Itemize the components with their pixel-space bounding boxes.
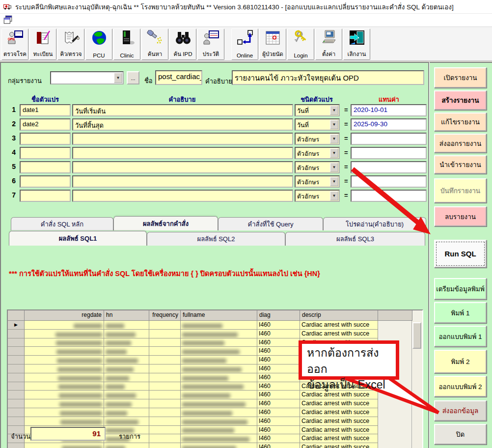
sidebar-button-ออกแบบพิมพ์ 2[interactable]: ออกแบบพิมพ์ 2: [434, 376, 487, 397]
grid-vertical-scrollbar[interactable]: [411, 321, 422, 448]
sidebar-button-เปิดรายงาน[interactable]: เปิดรายงาน: [434, 67, 487, 88]
variable-value-field[interactable]: 2025-09-30: [351, 118, 427, 131]
toolbar-button-Login[interactable]: Login: [287, 28, 314, 60]
report-group-combo[interactable]: ▼: [50, 71, 124, 84]
variable-type-combo[interactable]: ตัวอักษร▼: [295, 175, 340, 188]
grid-row-selector[interactable]: [8, 391, 25, 399]
variable-desc-field[interactable]: วันที่สิ้นสุด: [72, 118, 293, 131]
report-desc-field[interactable]: รายงานคนไข้ ภาวะหัวใจหยุดเต้น OPD: [232, 70, 424, 85]
sidebar-button-ส่งออกรายงาน[interactable]: ส่งออกรายงาน: [434, 134, 487, 153]
variable-value-field[interactable]: [351, 133, 427, 145]
chevron-down-icon[interactable]: ▼: [330, 148, 338, 158]
toolbar-button-ผู้ป่วยนัด[interactable]: ผู้ป่วยนัด: [259, 28, 286, 60]
chevron-down-icon[interactable]: ▼: [330, 106, 338, 115]
sidebar-button-ส่งออกข้อมูล[interactable]: ส่งออกข้อมูล: [434, 400, 487, 421]
grid-row-selector[interactable]: [8, 408, 25, 417]
variable-value-field[interactable]: 2020-10-01: [351, 104, 427, 116]
child-window-icon[interactable]: [3, 15, 13, 26]
chevron-down-icon[interactable]: ▼: [114, 73, 122, 83]
grid-row-selector[interactable]: [8, 399, 25, 408]
grid-column-header-fullname[interactable]: fullname: [181, 310, 257, 321]
grid-selector-header[interactable]: [8, 310, 25, 321]
variable-value-field[interactable]: [351, 147, 427, 159]
variable-name-field[interactable]: date2: [20, 118, 71, 131]
grid-row-10[interactable]: I460Cardiac arrest with succe: [8, 399, 412, 408]
sidebar-button-บันทึกรายงาน[interactable]: บันทึกรายงาน: [434, 178, 487, 203]
variable-value-field[interactable]: [351, 190, 427, 202]
variable-desc-field[interactable]: [72, 161, 293, 173]
variable-value-field[interactable]: [351, 175, 427, 188]
browse-button[interactable]: ...: [127, 71, 139, 84]
grid-row-selector[interactable]: [8, 330, 25, 338]
variable-name-field[interactable]: [20, 175, 71, 188]
grid-row-selector[interactable]: [8, 373, 25, 382]
grid-column-header-descrip[interactable]: descrip: [300, 310, 378, 321]
variable-desc-field[interactable]: [72, 175, 293, 188]
variable-type-combo[interactable]: วันที่▼: [295, 104, 340, 116]
variable-name-field[interactable]: [20, 161, 71, 173]
sidebar-button-นำเข้ารายงาน[interactable]: นำเข้ารายงาน: [434, 155, 487, 174]
variable-name-field[interactable]: [20, 190, 71, 202]
grid-row-11[interactable]: I460Cardiac arrest with succe: [8, 408, 412, 417]
report-name-field[interactable]: post_cardiac_a: [155, 70, 202, 85]
grid-row-15[interactable]: I460Cardiac arrest with succe: [8, 443, 412, 448]
variable-name-field[interactable]: [20, 133, 71, 145]
tab-result-2[interactable]: ผลลัพธ์ SQL2: [147, 232, 285, 246]
toolbar-button-ทะเบียน[interactable]: ทะเบียน: [29, 28, 56, 60]
sidebar-button-พิมพ์ 2[interactable]: พิมพ์ 2: [434, 350, 487, 373]
sidebar-button-เตรียมข้อมูลพิมพ์[interactable]: เตรียมข้อมูลพิมพ์: [434, 278, 487, 300]
toolbar-button-ตั้งค่า[interactable]: ตั้งค่า: [315, 28, 342, 60]
sidebar-button-แก้ไขรายงาน[interactable]: แก้ไขรายงาน: [434, 112, 487, 131]
grid-row-selector[interactable]: [8, 364, 25, 373]
grid-row-selector[interactable]: [8, 382, 25, 391]
grid-column-header-diag[interactable]: diag: [257, 310, 300, 321]
tab-main-3[interactable]: คำสั่งที่ใช้ Query: [218, 217, 323, 230]
grid-row-selector[interactable]: [8, 417, 25, 426]
chevron-down-icon[interactable]: ▼: [330, 191, 338, 200]
variable-value-field[interactable]: [351, 161, 427, 173]
tab-main-4[interactable]: โปรดอ่าน(คำอธิบาย): [323, 217, 426, 230]
toolbar-button-PCU[interactable]: PCU: [85, 28, 112, 60]
tab-main-2[interactable]: ผลลัพธ์จากคำสั่ง: [113, 216, 218, 230]
variable-type-combo[interactable]: ตัวอักษร▼: [295, 147, 340, 159]
tab-result-1[interactable]: ผลลัพธ์ SQL1: [9, 231, 147, 246]
toolbar-button-เลิกงาน[interactable]: เลิกงาน: [343, 28, 370, 60]
sidebar-button-ลบรายงาน[interactable]: ลบรายงาน: [434, 206, 487, 226]
variable-desc-field[interactable]: [72, 133, 293, 145]
toolbar-button-คิว/ตรวจ[interactable]: คิว/ตรวจ: [57, 28, 84, 60]
variable-name-field[interactable]: [20, 147, 71, 159]
scrollbar-thumb[interactable]: [412, 322, 421, 349]
toolbar-button-Clinic[interactable]: Clinic: [113, 28, 140, 60]
toolbar-button-ประวัติ[interactable]: ประวัติ: [197, 28, 224, 60]
chevron-down-icon[interactable]: ▼: [330, 134, 338, 143]
grid-row-2[interactable]: I460Cardiac arrest with succe: [8, 330, 412, 338]
grid-row-12[interactable]: I460Cardiac arrest with succe: [8, 417, 412, 426]
grid-row-selector[interactable]: [8, 347, 25, 356]
variable-type-combo[interactable]: ตัวอักษร▼: [295, 190, 340, 202]
grid-row-selector[interactable]: [8, 338, 25, 347]
variable-type-combo[interactable]: ตัวอักษร▼: [295, 161, 340, 173]
chevron-down-icon[interactable]: ▼: [330, 120, 338, 129]
grid-column-header-hn[interactable]: hn: [104, 310, 149, 321]
tab-result-3[interactable]: ผลลัพธ์ SQL3: [285, 232, 425, 246]
variable-type-combo[interactable]: วันที่▼: [295, 118, 340, 131]
grid-row-selector[interactable]: [8, 356, 25, 364]
chevron-down-icon[interactable]: ▼: [330, 163, 338, 172]
toolbar-button-Online[interactable]: Online: [231, 28, 258, 60]
grid-column-header-frequency[interactable]: frequency: [149, 310, 181, 321]
variable-name-field[interactable]: date1: [20, 104, 71, 116]
grid-row-selector[interactable]: [8, 443, 25, 448]
toolbar-button-ตรวจโรค[interactable]: OPDตรวจโรค: [1, 28, 28, 60]
sidebar-button-ปิด[interactable]: ปิด: [434, 424, 487, 445]
sidebar-button-สร้างรายงาน[interactable]: สร้างรายงาน: [434, 90, 487, 110]
variable-desc-field[interactable]: วันที่เริ่มต้น: [72, 104, 293, 116]
variable-desc-field[interactable]: [72, 147, 293, 159]
grid-column-header-regdate[interactable]: regdate: [25, 310, 104, 321]
grid-row-selector[interactable]: ▶: [8, 321, 25, 330]
variable-type-combo[interactable]: ตัวอักษร▼: [295, 133, 340, 145]
variable-desc-field[interactable]: [72, 190, 293, 202]
grid-row-1[interactable]: ▶I460Cardiac arrest with succe: [8, 321, 412, 330]
tab-main-1[interactable]: คำสั่ง SQL หลัก: [11, 217, 113, 230]
sidebar-button-Run SQL[interactable]: Run SQL: [434, 240, 487, 268]
toolbar-button-ค้น IPD[interactable]: ค้น IPD: [169, 28, 196, 60]
